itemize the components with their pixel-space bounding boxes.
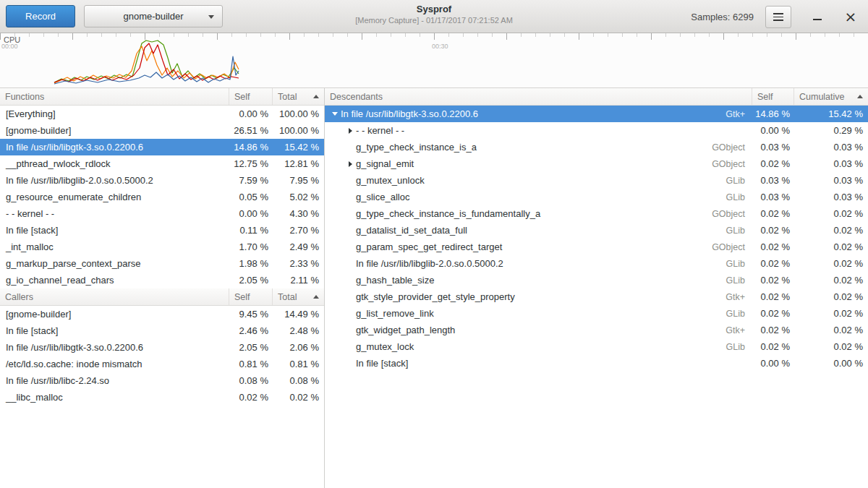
table-row[interactable]: g_list_remove_link GLib 0.02 % 0.02 % [325, 305, 868, 322]
function-name: - - kernel - - [356, 125, 404, 136]
function-name: g_mutex_unlock [356, 175, 425, 186]
total-percent: 2.70 % [273, 225, 324, 236]
table-row[interactable]: g_resource_enumerate_children 0.05 % 5.0… [0, 189, 324, 205]
self-percent: 0.02 % [752, 308, 794, 319]
table-row[interactable]: - - kernel - - 0.00 % 0.29 % [325, 122, 868, 139]
left-panel: Functions Self Total [Everything] 0.00 %… [0, 88, 325, 488]
table-row[interactable]: [gnome-builder] 26.51 % 100.00 % [0, 122, 324, 139]
cumulative-column-label: Cumulative [799, 92, 845, 102]
descendant-name-cell: gtk_style_provider_get_style_property Gt… [325, 291, 752, 302]
descendant-name-cell: g_datalist_id_set_data_full GLib [325, 225, 752, 236]
self-percent: 0.02 % [752, 291, 794, 302]
table-row[interactable]: g_mutex_lock GLib 0.02 % 0.02 % [325, 338, 868, 355]
function-name: __libc_malloc [0, 392, 229, 403]
self-percent: 0.02 % [229, 392, 273, 403]
table-row[interactable]: In file /usr/lib/libglib-2.0.so.0.5000.2… [0, 172, 324, 189]
table-row[interactable]: __pthread_rwlock_rdlock 12.75 % 12.81 % [0, 155, 324, 172]
cumulative-percent: 0.02 % [794, 325, 868, 335]
header-bar: Record gnome-builder Sysprof [Memory Cap… [0, 0, 868, 33]
close-button[interactable]: × [841, 7, 861, 27]
table-row[interactable]: g_type_check_instance_is_a GObject 0.03 … [325, 139, 868, 155]
table-row[interactable]: g_slice_alloc GLib 0.03 % 0.03 % [325, 189, 868, 205]
function-name: g_type_check_instance_is_fundamentally_a [356, 208, 540, 219]
table-row[interactable]: __libc_malloc 0.02 % 0.02 % [0, 389, 324, 406]
expander-icon[interactable] [344, 161, 356, 167]
total-percent: 2.11 % [273, 275, 324, 286]
library-badge: Gtk+ [726, 325, 752, 335]
library-badge: GLib [726, 192, 752, 202]
table-row[interactable]: In file /usr/lib/libgtk-3.so.0.2200.6 14… [0, 139, 324, 155]
table-row[interactable]: In file /usr/lib/libglib-2.0.so.0.5000.2… [325, 255, 868, 272]
self-percent: 0.00 % [229, 208, 273, 219]
self-percent: 26.51 % [229, 125, 273, 136]
self-percent: 2.05 % [229, 275, 273, 286]
self-percent: 14.86 % [752, 108, 794, 119]
table-row[interactable]: [Everything] 0.00 % 100.00 % [0, 106, 324, 122]
functions-column-header[interactable]: Functions [0, 88, 229, 105]
table-row[interactable]: In file [stack] 0.11 % 2.70 % [0, 222, 324, 239]
total-percent: 15.42 % [273, 142, 324, 153]
table-row[interactable]: In file /usr/lib/libc-2.24.so 0.08 % 0.0… [0, 372, 324, 389]
table-row[interactable]: /etc/ld.so.cache: inode mismatch 0.81 % … [0, 356, 324, 372]
table-row[interactable]: g_hash_table_size GLib 0.02 % 0.02 % [325, 272, 868, 288]
table-row[interactable]: - - kernel - - 0.00 % 4.30 % [0, 205, 324, 222]
cumulative-percent: 0.02 % [794, 341, 868, 352]
self-column-header[interactable]: Self [229, 288, 273, 305]
cpu-timeline[interactable]: CPU 00:00 00:30 [0, 33, 868, 88]
table-row[interactable]: g_markup_parse_context_parse 1.98 % 2.33… [0, 255, 324, 272]
self-column-header[interactable]: Self [752, 88, 794, 105]
self-percent: 0.03 % [752, 175, 794, 186]
table-row[interactable]: _int_malloc 1.70 % 2.49 % [0, 239, 324, 255]
process-selector-dropdown[interactable]: gnome-builder [84, 5, 223, 27]
total-percent: 2.48 % [273, 325, 324, 336]
function-name: In file /usr/lib/libglib-2.0.so.0.5000.2 [0, 175, 229, 186]
table-row[interactable]: In file [stack] 0.00 % 0.00 % [325, 355, 868, 372]
expander-icon[interactable] [344, 128, 356, 134]
self-column-header[interactable]: Self [229, 88, 273, 105]
table-row[interactable]: g_param_spec_get_redirect_target GObject… [325, 239, 868, 255]
table-row[interactable]: In file [stack] 2.46 % 2.48 % [0, 322, 324, 339]
self-percent: 0.08 % [229, 375, 273, 386]
callers-column-header[interactable]: Callers [0, 288, 229, 305]
descendants-column-header[interactable]: Descendants [325, 88, 752, 105]
library-badge: GLib [726, 176, 752, 186]
self-percent: 0.11 % [229, 225, 273, 236]
table-row[interactable]: gtk_widget_path_length Gtk+ 0.02 % 0.02 … [325, 322, 868, 338]
function-name: g_slice_alloc [356, 192, 409, 202]
table-row[interactable]: [gnome-builder] 9.45 % 14.49 % [0, 306, 324, 322]
function-name: In file [stack] [356, 358, 408, 369]
descendant-name-cell: - - kernel - - [325, 125, 752, 136]
table-row[interactable]: g_datalist_id_set_data_full GLib 0.02 % … [325, 222, 868, 239]
table-row[interactable]: In file /usr/lib/libgtk-3.so.0.2200.6 Gt… [325, 106, 868, 122]
total-percent: 14.49 % [273, 309, 324, 320]
self-percent: 0.02 % [752, 158, 794, 169]
function-name: gtk_widget_path_length [356, 325, 455, 335]
library-badge: GLib [726, 226, 752, 236]
total-percent: 5.02 % [273, 192, 324, 202]
callers-table: [gnome-builder] 9.45 % 14.49 % In file [… [0, 306, 324, 406]
table-row[interactable]: In file /usr/lib/libgtk-3.so.0.2200.6 2.… [0, 339, 324, 356]
table-row[interactable]: gtk_style_provider_get_style_property Gt… [325, 288, 868, 305]
cumulative-percent: 0.03 % [794, 158, 868, 169]
self-percent: 0.02 % [752, 241, 794, 252]
minimize-button[interactable] [807, 7, 827, 27]
cumulative-percent: 0.02 % [794, 241, 868, 252]
table-row[interactable]: g_mutex_unlock GLib 0.03 % 0.03 % [325, 172, 868, 189]
library-badge: Gtk+ [726, 292, 752, 302]
record-button[interactable]: Record [6, 5, 75, 27]
function-name: g_markup_parse_context_parse [0, 258, 229, 269]
main-content: Functions Self Total [Everything] 0.00 %… [0, 88, 868, 488]
total-column-label: Total [278, 92, 297, 102]
close-icon: × [845, 9, 857, 24]
expander-icon[interactable] [329, 112, 341, 116]
self-percent: 0.02 % [752, 225, 794, 236]
table-row[interactable]: g_signal_emit GObject 0.02 % 0.03 % [325, 155, 868, 172]
table-row[interactable]: g_type_check_instance_is_fundamentally_a… [325, 205, 868, 222]
total-column-header[interactable]: Total [273, 288, 324, 305]
cumulative-column-header[interactable]: Cumulative [794, 88, 868, 105]
menu-button[interactable] [765, 6, 791, 28]
self-percent: 0.03 % [752, 192, 794, 202]
descendant-name-cell: gtk_widget_path_length Gtk+ [325, 325, 752, 335]
total-column-header[interactable]: Total [273, 88, 324, 105]
table-row[interactable]: g_io_channel_read_chars 2.05 % 2.11 % [0, 272, 324, 288]
